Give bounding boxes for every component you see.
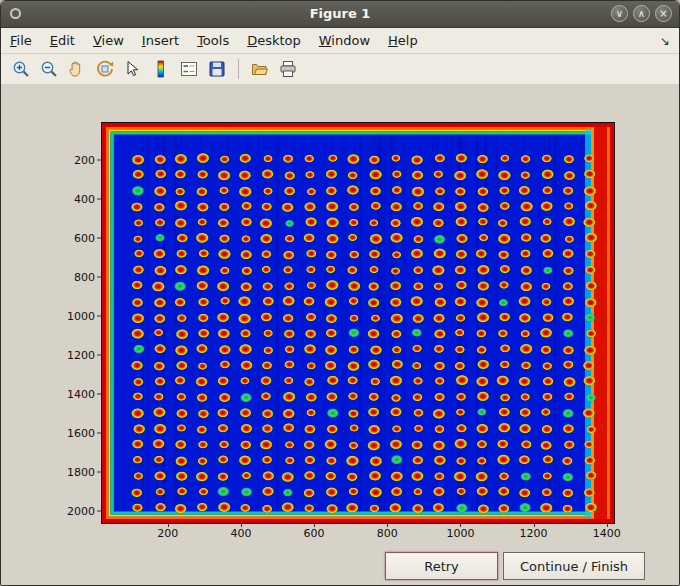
zoom-out-icon[interactable] <box>35 56 62 83</box>
menu-edit[interactable]: Edit <box>41 28 84 53</box>
x-tick-label: 800 <box>377 527 398 540</box>
toolbar-separator <box>238 59 239 79</box>
maximize-button[interactable]: ∧ <box>633 5 650 22</box>
rotate-3d-icon[interactable] <box>91 56 118 83</box>
y-tick-mark <box>97 355 101 356</box>
menu-bar: FileEditViewInsertToolsDesktopWindowHelp… <box>1 28 679 54</box>
continue-finish-button[interactable]: Continue / Finish <box>503 552 645 580</box>
open-folder-icon[interactable] <box>246 56 273 83</box>
print-icon[interactable] <box>274 56 301 83</box>
heatmap-canvas[interactable] <box>102 123 614 523</box>
menu-help[interactable]: Help <box>379 28 427 53</box>
y-tick-label: 1400 <box>67 388 95 401</box>
x-tick-label: 1200 <box>520 527 548 540</box>
y-tick-label: 800 <box>74 271 95 284</box>
pan-hand-icon[interactable] <box>63 56 90 83</box>
titlebar: Figure 1 ∨ ∧ × <box>1 1 679 28</box>
y-tick-label: 1000 <box>67 310 95 323</box>
minimize-button[interactable]: ∨ <box>611 5 628 22</box>
y-tick-mark <box>97 316 101 317</box>
y-tick-mark <box>97 160 101 161</box>
menu-desktop[interactable]: Desktop <box>238 28 310 53</box>
retry-button[interactable]: Retry <box>385 552 498 580</box>
y-tick-mark <box>97 238 101 239</box>
close-button[interactable]: × <box>655 5 672 22</box>
axes: 2004006008001000120014002004006008001000… <box>101 122 615 524</box>
menu-file[interactable]: File <box>1 28 41 53</box>
y-tick-label: 400 <box>74 193 95 206</box>
y-tick-label: 1200 <box>67 349 95 362</box>
x-tick-label: 1400 <box>593 527 621 540</box>
y-tick-mark <box>97 472 101 473</box>
menu-window[interactable]: Window <box>310 28 379 53</box>
save-icon[interactable] <box>203 56 230 83</box>
x-tick-label: 600 <box>304 527 325 540</box>
insert-colorbar-icon[interactable] <box>147 56 174 83</box>
menu-overflow-icon[interactable]: ↘ <box>651 34 679 48</box>
y-tick-mark <box>97 511 101 512</box>
y-tick-label: 2000 <box>67 505 95 518</box>
window-title: Figure 1 <box>1 1 679 27</box>
menu-insert[interactable]: Insert <box>133 28 188 53</box>
menu-tools[interactable]: Tools <box>188 28 238 53</box>
y-tick-mark <box>97 394 101 395</box>
y-tick-mark <box>97 199 101 200</box>
toolbar <box>1 54 679 85</box>
y-tick-mark <box>97 433 101 434</box>
figure-area: 2004006008001000120014002004006008001000… <box>1 84 679 585</box>
y-tick-label: 1600 <box>67 427 95 440</box>
y-tick-label: 600 <box>74 232 95 245</box>
figure-window: Figure 1 ∨ ∧ × FileEditViewInsertToolsDe… <box>0 0 680 586</box>
x-tick-label: 400 <box>230 527 251 540</box>
x-tick-label: 200 <box>157 527 178 540</box>
menu-view[interactable]: View <box>84 28 133 53</box>
y-tick-label: 200 <box>74 154 95 167</box>
zoom-in-icon[interactable] <box>7 56 34 83</box>
y-tick-label: 1800 <box>67 466 95 479</box>
data-cursor-icon[interactable] <box>119 56 146 83</box>
y-tick-mark <box>97 277 101 278</box>
insert-legend-icon[interactable] <box>175 56 202 83</box>
x-tick-label: 1000 <box>446 527 474 540</box>
